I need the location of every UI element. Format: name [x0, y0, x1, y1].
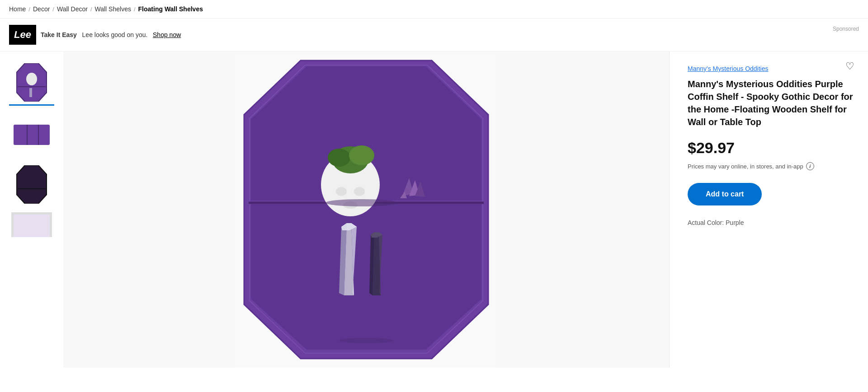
thumbnail-4[interactable]	[9, 212, 54, 237]
breadcrumb-home[interactable]: Home	[9, 5, 26, 13]
breadcrumb-wall-shelves[interactable]: Wall Shelves	[95, 5, 131, 13]
heart-icon: ♡	[845, 61, 854, 72]
svg-rect-4	[14, 125, 50, 145]
svg-point-18	[336, 187, 347, 196]
actual-color-label: Actual Color: Purple	[688, 219, 854, 226]
svg-point-2	[26, 73, 37, 85]
svg-point-23	[349, 145, 374, 165]
svg-point-22	[328, 149, 350, 167]
product-title: Manny's Mysterious Oddities Purple Coffi…	[688, 78, 854, 128]
thumbnail-1[interactable]	[9, 61, 54, 106]
breadcrumb-current: Floating Wall Shelves	[138, 5, 203, 13]
ad-cta-link[interactable]: Shop now	[153, 31, 181, 38]
svg-point-37	[339, 338, 393, 343]
price-note: Prices may vary online, in stores, and i…	[688, 162, 854, 170]
svg-marker-16	[251, 204, 481, 350]
svg-point-36	[326, 199, 398, 206]
product-detail-panel: ♡ Manny's Mysterious Oddities Manny's My…	[669, 51, 868, 368]
price-note-text: Prices may vary online, in stores, and i…	[688, 163, 803, 170]
thumb-1-image	[11, 62, 52, 103]
breadcrumb-sep-3: /	[90, 6, 92, 13]
breadcrumb-wall-decor[interactable]: Wall Decor	[57, 5, 88, 13]
breadcrumb-decor[interactable]: Decor	[33, 5, 50, 13]
seller-link[interactable]: Manny's Mysterious Oddities	[688, 65, 854, 72]
breadcrumb-sep-4: /	[134, 6, 136, 13]
breadcrumb-sep-2: /	[52, 6, 54, 13]
thumb-2-image	[11, 113, 52, 154]
breadcrumb-sep-1: /	[28, 6, 30, 13]
ad-logo: Lee	[9, 25, 36, 45]
main-product-image	[63, 51, 669, 368]
product-price: $29.97	[688, 139, 854, 157]
add-to-cart-button[interactable]: Add to cart	[688, 183, 762, 205]
product-page: ♡ Manny's Mysterious Oddities Manny's My…	[0, 51, 868, 368]
thumbnail-3[interactable]	[9, 162, 54, 207]
main-coffin-image	[226, 51, 506, 368]
ad-logo-text: Lee	[14, 29, 31, 41]
svg-rect-10	[14, 215, 50, 237]
thumbnail-2[interactable]	[9, 111, 54, 156]
svg-rect-3	[29, 88, 32, 97]
ad-description: Lee looks good on you.	[82, 31, 148, 38]
thumbnail-column	[0, 51, 63, 368]
breadcrumb: Home / Decor / Wall Decor / Wall Shelves…	[0, 0, 868, 19]
ad-banner: Lee Take It Easy Lee looks good on you. …	[0, 19, 868, 51]
ad-text: Take It Easy Lee looks good on you. Shop…	[41, 31, 181, 38]
svg-point-19	[354, 187, 365, 196]
wishlist-button[interactable]: ♡	[845, 61, 854, 72]
price-info-icon[interactable]: i	[806, 162, 814, 170]
ad-sponsored-label: Sponsored	[833, 25, 859, 32]
ad-tagline: Take It Easy	[41, 31, 77, 38]
svg-marker-7	[17, 165, 47, 204]
thumb-3-image	[11, 164, 52, 205]
